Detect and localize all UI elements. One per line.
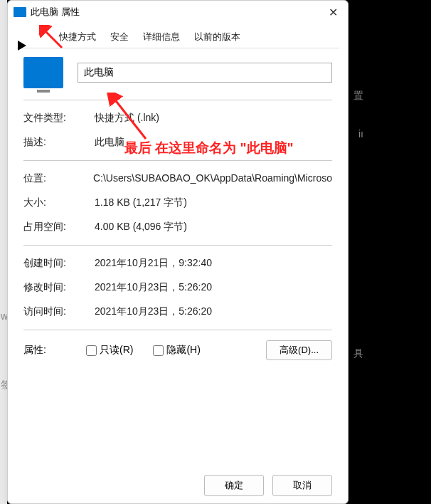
separator <box>23 330 332 330</box>
tab-bar: 快捷方式 安全 详细信息 以前的版本 <box>16 23 339 48</box>
cursor-icon <box>18 41 26 51</box>
annotation-text: 最后 在这里命名为 "此电脑" <box>124 139 294 157</box>
size-label: 大小: <box>23 196 95 209</box>
advanced-button[interactable]: 高级(D)... <box>266 340 332 360</box>
separator <box>23 160 332 161</box>
hidden-input[interactable] <box>153 345 164 356</box>
file-type-label: 文件类型: <box>23 112 95 125</box>
readonly-input[interactable] <box>86 345 97 356</box>
tab-previous[interactable]: 以前的版本 <box>187 26 248 48</box>
modified-row: 修改时间: 2021年10月23日，5:26:20 <box>23 281 332 294</box>
separator <box>23 100 332 100</box>
size-value: 1.18 KB (1,217 字节) <box>95 196 332 209</box>
created-label: 创建时间: <box>23 257 95 270</box>
file-type-value: 快捷方式 (.lnk) <box>95 112 332 125</box>
location-value: C:\Users\SUBAOBAO_OK\AppData\Roaming\Mic… <box>93 172 332 185</box>
name-input[interactable] <box>78 63 332 83</box>
modified-label: 修改时间: <box>23 281 95 294</box>
created-row: 创建时间: 2021年10月21日，9:32:40 <box>23 257 332 270</box>
location-row: 位置: C:\Users\SUBAOBAO_OK\AppData\Roaming… <box>23 172 332 185</box>
titlebar: 此电脑 属性 ✕ <box>8 1 348 23</box>
tab-security[interactable]: 安全 <box>103 26 136 48</box>
modified-value: 2021年10月23日，5:26:20 <box>95 281 332 294</box>
size-on-disk-value: 4.00 KB (4,096 字节) <box>95 221 332 233</box>
size-row: 大小: 1.18 KB (1,217 字节) <box>23 196 332 209</box>
cancel-button[interactable]: 取消 <box>272 475 332 496</box>
hidden-label: 隐藏(H) <box>166 344 200 357</box>
location-label: 位置: <box>23 172 93 185</box>
attributes-row: 属性: 只读(R) 隐藏(H) 高级(D)... <box>23 340 332 360</box>
bg-letter: iı <box>358 128 363 140</box>
created-value: 2021年10月21日，9:32:40 <box>95 257 332 270</box>
readonly-label: 只读(R) <box>100 344 133 357</box>
button-bar: 确定 取消 <box>8 468 348 503</box>
separator <box>23 245 332 246</box>
window-title: 此电脑 属性 <box>31 6 324 19</box>
readonly-checkbox[interactable]: 只读(R) <box>86 344 133 357</box>
description-label: 描述: <box>23 136 95 149</box>
size-on-disk-label: 占用空间: <box>23 221 95 233</box>
accessed-label: 访问时间: <box>23 305 95 318</box>
hidden-checkbox[interactable]: 隐藏(H) <box>153 344 200 357</box>
monitor-icon <box>14 7 26 17</box>
tab-content: 文件类型: 快捷方式 (.lnk) 描述: 此电脑 位置: C:\Users\S… <box>8 48 348 468</box>
bg-letter: 置 <box>353 90 363 103</box>
attributes-label: 属性: <box>23 344 66 357</box>
size-on-disk-row: 占用空间: 4.00 KB (4,096 字节) <box>23 221 332 233</box>
file-type-row: 文件类型: 快捷方式 (.lnk) <box>23 112 332 125</box>
tab-shortcut[interactable]: 快捷方式 <box>52 26 103 48</box>
tab-details[interactable]: 详细信息 <box>136 26 187 48</box>
close-button[interactable]: ✕ <box>324 6 342 19</box>
properties-dialog: 此电脑 属性 ✕ 快捷方式 安全 详细信息 以前的版本 文件类型: 快捷方式 (… <box>7 0 348 504</box>
accessed-value: 2021年10月23日，5:26:20 <box>95 305 332 318</box>
this-pc-icon <box>23 57 63 88</box>
bg-letter: 具 <box>353 347 363 360</box>
accessed-row: 访问时间: 2021年10月23日，5:26:20 <box>23 305 332 318</box>
ok-button[interactable]: 确定 <box>204 475 264 496</box>
